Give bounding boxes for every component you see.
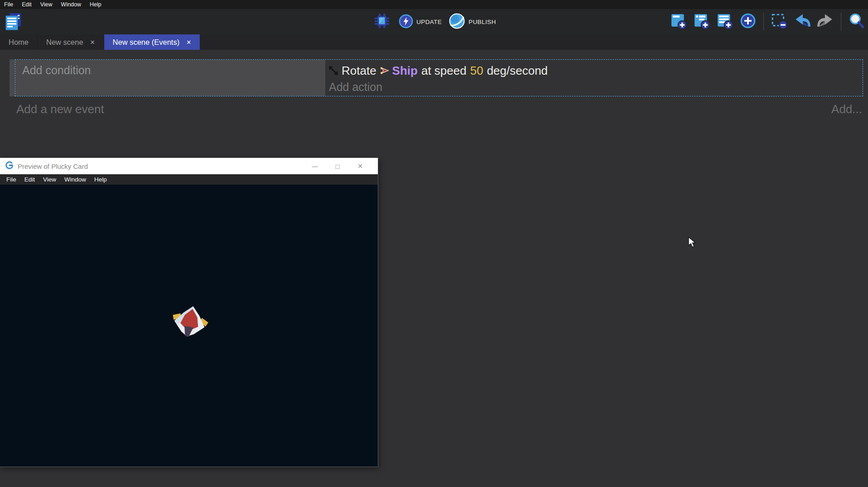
update-button-label: UPDATE <box>416 19 442 25</box>
close-icon[interactable]: ✕ <box>90 39 95 45</box>
window-controls: — □ ✕ <box>304 158 378 174</box>
debug-button[interactable] <box>372 12 392 32</box>
action-verb: Rotate <box>342 64 376 78</box>
gdevelop-logo-icon <box>5 161 14 171</box>
action-unit: deg/second <box>487 64 548 78</box>
add-event-button[interactable] <box>669 12 689 32</box>
add-circle-plus-icon <box>739 12 757 31</box>
app-menubar: File Edit View Window Help <box>0 0 868 9</box>
menu-help[interactable]: Help <box>90 1 101 8</box>
add-comment-button[interactable] <box>715 12 735 32</box>
preview-menu-file[interactable]: File <box>6 176 16 183</box>
preview-titlebar[interactable]: Preview of Plucky Card — □ ✕ <box>0 158 378 174</box>
action-object-name: Ship <box>392 64 418 78</box>
update-lightning-icon <box>399 14 413 30</box>
game-canvas[interactable] <box>0 185 378 467</box>
delete-selection-button[interactable] <box>769 12 789 32</box>
ship-sprite <box>169 303 211 343</box>
toolbar-right <box>669 9 867 34</box>
search-events-button[interactable] <box>847 12 867 32</box>
preview-menu-view[interactable]: View <box>43 176 56 183</box>
publish-planet-icon <box>448 13 465 31</box>
selected-event[interactable]: Add condition Rotate <box>15 59 863 96</box>
undo-button[interactable] <box>792 12 812 32</box>
tab-new-scene[interactable]: New scene ✕ <box>38 34 104 50</box>
ship-object-icon <box>380 66 390 76</box>
undo-icon <box>794 12 811 31</box>
event-row: Add condition Rotate <box>10 59 863 96</box>
redo-button[interactable] <box>815 12 835 32</box>
publish-button-label: PUBLISH <box>468 19 496 25</box>
tab-new-scene-events-label: New scene (Events) <box>113 38 180 47</box>
rotate-action-icon <box>328 65 339 76</box>
toolbar-separator <box>763 13 764 31</box>
preview-menu-window[interactable]: Window <box>64 176 86 183</box>
preview-menu-edit[interactable]: Edit <box>24 176 35 183</box>
menu-view[interactable]: View <box>40 1 53 8</box>
tab-home-label: Home <box>9 38 29 47</box>
project-manager-icon <box>4 12 22 33</box>
add-subevent-button[interactable] <box>692 12 712 32</box>
main-toolbar: UPDATE PUBLISH <box>0 9 868 34</box>
delete-selection-icon <box>771 12 788 31</box>
add-action-placeholder[interactable]: Add action <box>328 81 863 94</box>
debug-chip-icon <box>374 13 390 31</box>
preview-menu-help[interactable]: Help <box>94 176 107 183</box>
add-event-icon <box>670 12 687 31</box>
preview-window: Preview of Plucky Card — □ ✕ File Edit V… <box>0 158 378 467</box>
menu-window[interactable]: Window <box>61 1 81 8</box>
preview-window-title: Preview of Plucky Card <box>18 162 299 170</box>
event-drag-handle[interactable] <box>10 59 15 96</box>
action-connector: at speed <box>421 64 467 78</box>
editor-tabbar: Home New scene ✕ New scene (Events) ✕ <box>0 34 868 50</box>
add-condition-placeholder[interactable]: Add condition <box>22 64 91 76</box>
toolbar-center: UPDATE PUBLISH <box>372 9 496 34</box>
add-event-line: Add a new event Add... <box>16 102 862 116</box>
action-speed-value: 50 <box>470 64 483 78</box>
action-rotate-ship[interactable]: Rotate Ship at speed 50 deg/second <box>328 61 863 80</box>
actions-column: Rotate Ship at speed 50 deg/second <box>325 60 863 96</box>
menu-edit[interactable]: Edit <box>22 1 32 8</box>
add-other-event-button[interactable] <box>738 12 758 32</box>
tab-home[interactable]: Home <box>0 34 38 50</box>
minimize-button[interactable]: — <box>304 158 326 174</box>
redo-icon <box>817 12 834 31</box>
project-manager-button[interactable] <box>4 12 23 32</box>
close-icon[interactable]: ✕ <box>186 39 191 45</box>
publish-button[interactable]: PUBLISH <box>448 13 496 31</box>
menu-file[interactable]: File <box>4 1 13 8</box>
update-button[interactable]: UPDATE <box>399 14 442 30</box>
tab-new-scene-events[interactable]: New scene (Events) ✕ <box>104 34 200 50</box>
toolbar-separator <box>841 13 841 31</box>
conditions-column[interactable]: Add condition <box>15 60 325 96</box>
tab-new-scene-label: New scene <box>46 38 83 47</box>
add-subevent-icon <box>693 12 710 31</box>
close-button[interactable]: ✕ <box>349 158 371 174</box>
add-comment-icon <box>716 12 733 31</box>
maximize-button[interactable]: □ <box>326 158 349 174</box>
search-icon <box>848 12 865 31</box>
add-new-event-placeholder[interactable]: Add a new event <box>16 102 104 116</box>
events-sheet: Add condition Rotate <box>0 50 868 487</box>
preview-menubar: File Edit View Window Help <box>0 174 378 185</box>
add-button[interactable]: Add... <box>831 102 862 116</box>
